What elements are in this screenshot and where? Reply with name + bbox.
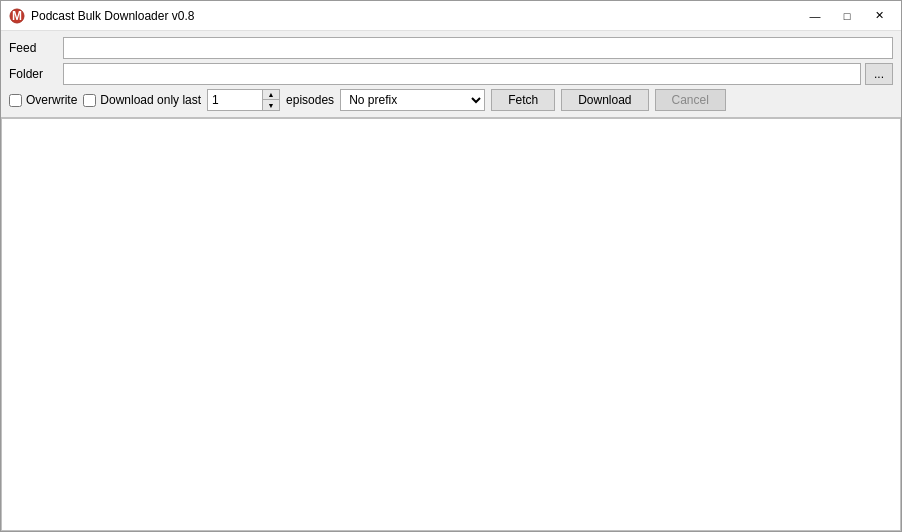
close-button[interactable]: ✕ — [865, 6, 893, 26]
folder-label: Folder — [9, 67, 59, 81]
download-only-last-label: Download only last — [100, 93, 201, 107]
browse-button[interactable]: ... — [865, 63, 893, 85]
download-button[interactable]: Download — [561, 89, 648, 111]
title-bar: M Podcast Bulk Downloader v0.8 — □ ✕ — [1, 1, 901, 31]
spinner-up-button[interactable]: ▲ — [263, 90, 279, 100]
app-window: M Podcast Bulk Downloader v0.8 — □ ✕ Fee… — [0, 0, 902, 532]
feed-input[interactable] — [63, 37, 893, 59]
title-bar-left: M Podcast Bulk Downloader v0.8 — [9, 8, 194, 24]
episodes-count-input[interactable] — [207, 89, 262, 111]
download-only-last-checkbox-label[interactable]: Download only last — [83, 93, 201, 107]
toolbar: Feed Folder ... Overwrite Download only … — [1, 31, 901, 118]
overwrite-checkbox[interactable] — [9, 94, 22, 107]
cancel-button[interactable]: Cancel — [655, 89, 726, 111]
spinner-down-button[interactable]: ▼ — [263, 100, 279, 110]
svg-text:M: M — [12, 9, 22, 23]
feed-label: Feed — [9, 41, 59, 55]
content-area — [1, 118, 901, 531]
fetch-button[interactable]: Fetch — [491, 89, 555, 111]
window-title: Podcast Bulk Downloader v0.8 — [31, 9, 194, 23]
feed-row: Feed — [9, 37, 893, 59]
folder-row: Folder ... — [9, 63, 893, 85]
maximize-button[interactable]: □ — [833, 6, 861, 26]
minimize-button[interactable]: — — [801, 6, 829, 26]
download-only-last-checkbox[interactable] — [83, 94, 96, 107]
app-icon: M — [9, 8, 25, 24]
prefix-select[interactable]: No prefix Number prefix Date prefix — [340, 89, 485, 111]
overwrite-label: Overwrite — [26, 93, 77, 107]
episodes-label: episodes — [286, 93, 334, 107]
overwrite-checkbox-label[interactable]: Overwrite — [9, 93, 77, 107]
spinner-buttons: ▲ ▼ — [262, 89, 280, 111]
options-row: Overwrite Download only last ▲ ▼ episode… — [9, 89, 893, 111]
episodes-spinner: ▲ ▼ — [207, 89, 280, 111]
folder-input[interactable] — [63, 63, 861, 85]
title-bar-controls: — □ ✕ — [801, 6, 893, 26]
